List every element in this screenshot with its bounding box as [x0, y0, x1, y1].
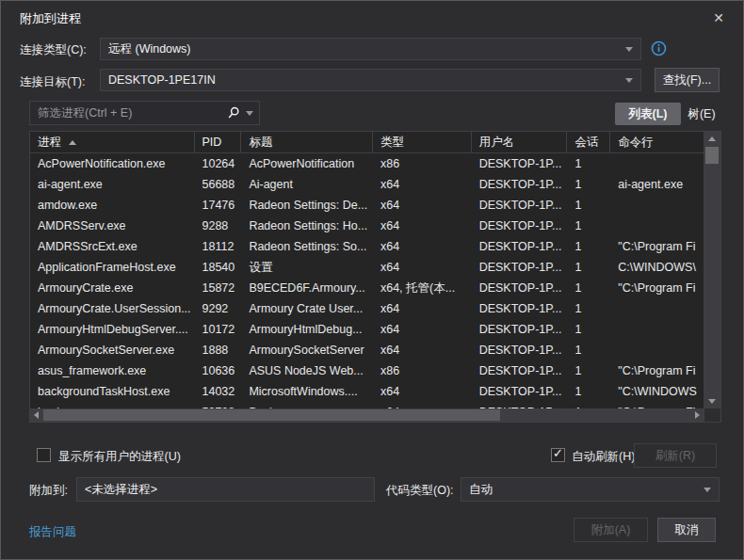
- table-cell: "C:\Program Fi: [610, 236, 704, 257]
- connection-target-select[interactable]: DESKTOP-1PE17IN: [100, 69, 641, 91]
- table-cell: 10264: [195, 153, 242, 174]
- scroll-right-icon[interactable]: [695, 411, 700, 419]
- table-cell: x64: [373, 236, 472, 257]
- table-cell: B9ECED6F.Armoury...: [241, 278, 373, 298]
- code-type-select[interactable]: 自动: [461, 477, 720, 502]
- table-row[interactable]: asus_framework.exe10636ASUS NodeJS Web..…: [30, 360, 704, 381]
- table-cell: 1: [567, 195, 610, 216]
- table-cell: DESKTOP-1P...: [472, 216, 568, 236]
- column-header-3[interactable]: 类型: [373, 132, 472, 153]
- table-cell: 10636: [195, 360, 242, 381]
- table-cell: 1: [567, 236, 610, 257]
- column-header-5[interactable]: 会话: [567, 132, 610, 153]
- title-bar: 附加到进程 ✕: [1, 1, 743, 35]
- vertical-scrollbar[interactable]: [704, 132, 720, 408]
- connection-type-label: 连接类型(C):: [20, 42, 87, 58]
- attach-to-process-dialog: 附加到进程 ✕ 连接类型(C): 远程 (Windows) 连接目标(T): D…: [0, 0, 744, 560]
- table-row[interactable]: ApplicationFrameHost.exe18540设置x64DESKTO…: [30, 257, 704, 278]
- attach-to-label: 附加到:: [29, 483, 68, 499]
- table-row[interactable]: amdow.exe17476Radeon Settings: De...x64D…: [30, 195, 704, 216]
- table-cell: 15872: [195, 278, 242, 298]
- table-cell: DESKTOP-1P...: [472, 381, 568, 402]
- table-row[interactable]: AcPowerNotification.exe10264AcPowerNotif…: [30, 153, 704, 174]
- table-cell: ArmourySocketServer: [241, 340, 373, 360]
- attach-to-input[interactable]: <未选择进程>: [76, 477, 375, 502]
- table-cell: [610, 153, 704, 174]
- vertical-scrollbar-thumb[interactable]: [705, 147, 719, 164]
- auto-refresh-label[interactable]: 自动刷新(H): [572, 449, 635, 465]
- show-all-users-label[interactable]: 显示所有用户的进程(U): [58, 449, 181, 465]
- table-cell: ArmouryCrate.exe: [30, 278, 195, 298]
- table-cell: "C:\Program Fi: [610, 278, 704, 298]
- table-cell: 设置: [241, 257, 373, 278]
- table-cell: DESKTOP-1P...: [472, 298, 568, 319]
- search-icon[interactable]: [227, 106, 240, 120]
- table-row[interactable]: bash.exe53728Bashx64DESKTOP-1P...1"C:\Pr…: [30, 402, 704, 408]
- auto-refresh-checkbox[interactable]: [551, 448, 565, 462]
- table-row[interactable]: ArmouryCrate.exe15872B9ECED6F.Armoury...…: [30, 278, 704, 298]
- find-button[interactable]: 查找(F)...: [655, 68, 720, 92]
- scroll-up-icon[interactable]: [708, 136, 716, 141]
- attach-button[interactable]: 附加(A): [574, 518, 648, 542]
- table-cell: x86: [373, 153, 472, 174]
- column-header-4[interactable]: 用户名: [472, 132, 568, 153]
- view-toggle-tree[interactable]: 树(E): [684, 103, 720, 125]
- table-cell: "C:\Program Fi: [610, 402, 704, 408]
- column-header-2[interactable]: 标题: [241, 132, 373, 153]
- table-cell: "C:\WINDOWS: [610, 381, 704, 402]
- table-cell: AMDRSServ.exe: [30, 216, 195, 236]
- table-cell: 1: [567, 257, 610, 278]
- table-cell: amdow.exe: [30, 195, 195, 216]
- scroll-down-icon[interactable]: [708, 399, 716, 404]
- close-icon[interactable]: ✕: [709, 8, 728, 27]
- table-cell: x64: [373, 381, 472, 402]
- table-cell: DESKTOP-1P...: [472, 257, 568, 278]
- connection-type-value: 远程 (Windows): [108, 41, 620, 57]
- show-all-users-checkbox[interactable]: [37, 448, 51, 462]
- table-cell: bash.exe: [30, 402, 195, 408]
- column-header-6[interactable]: 命令行: [610, 132, 704, 153]
- table-cell: MicrosoftWindows....: [241, 381, 373, 402]
- scroll-left-icon[interactable]: [34, 411, 39, 419]
- cancel-button[interactable]: 取消: [657, 518, 716, 542]
- horizontal-scrollbar[interactable]: [30, 408, 704, 422]
- table-cell: 18540: [195, 257, 242, 278]
- table-cell: "C:\Program Fi: [610, 360, 704, 381]
- table-cell: AcPowerNotification: [241, 153, 373, 174]
- table-cell: 18112: [195, 236, 242, 257]
- table-cell: 9288: [195, 216, 242, 236]
- table-cell: Armoury Crate User...: [241, 298, 373, 319]
- table-cell: ArmourySocketServer.exe: [30, 340, 195, 360]
- horizontal-scrollbar-thumb[interactable]: [43, 409, 500, 421]
- table-cell: x64: [373, 216, 472, 236]
- table-cell: 1: [567, 319, 610, 340]
- table-cell: ArmouryCrate.UserSession...: [30, 298, 195, 319]
- dialog-title: 附加到进程: [20, 10, 81, 27]
- view-toggle-list[interactable]: 列表(L): [615, 103, 681, 125]
- table-row[interactable]: ai-agent.exe56688Ai-agentx64DESKTOP-1P..…: [30, 174, 704, 195]
- table-cell: DESKTOP-1P...: [472, 153, 568, 174]
- column-header-1[interactable]: PID: [195, 132, 242, 153]
- table-cell: AMDRSSrcExt.exe: [30, 236, 195, 257]
- table-row[interactable]: backgroundTaskHost.exe14032MicrosoftWind…: [30, 381, 704, 402]
- table-row[interactable]: ArmouryCrate.UserSession...9292Armoury C…: [30, 298, 704, 319]
- report-problem-link[interactable]: 报告问题: [29, 524, 76, 540]
- chevron-down-icon: [704, 488, 711, 492]
- connection-type-select[interactable]: 远程 (Windows): [100, 38, 641, 60]
- table-row[interactable]: ArmourySocketServer.exe1888ArmourySocket…: [30, 340, 704, 360]
- table-cell: x64: [373, 174, 472, 195]
- refresh-button[interactable]: 刷新(R): [634, 443, 717, 468]
- chevron-down-icon[interactable]: [246, 111, 253, 116]
- table-cell: x64, 托管(本...: [373, 278, 472, 298]
- table-cell: 14032: [195, 381, 242, 402]
- filter-placeholder: 筛选进程(Ctrl + E): [38, 105, 227, 121]
- info-icon[interactable]: [651, 40, 667, 56]
- table-cell: 1: [567, 360, 610, 381]
- table-row[interactable]: AMDRSServ.exe9288Radeon Settings: Ho...x…: [30, 216, 704, 236]
- table-row[interactable]: ArmouryHtmlDebugServer....10172ArmouryHt…: [30, 319, 704, 340]
- filter-process-input[interactable]: 筛选进程(Ctrl + E): [29, 101, 260, 125]
- column-header-0[interactable]: 进程: [30, 132, 195, 153]
- table-row[interactable]: AMDRSSrcExt.exe18112Radeon Settings: So.…: [30, 236, 704, 257]
- table-cell: 9292: [195, 298, 242, 319]
- table-cell: ai-agent.exe: [30, 174, 195, 195]
